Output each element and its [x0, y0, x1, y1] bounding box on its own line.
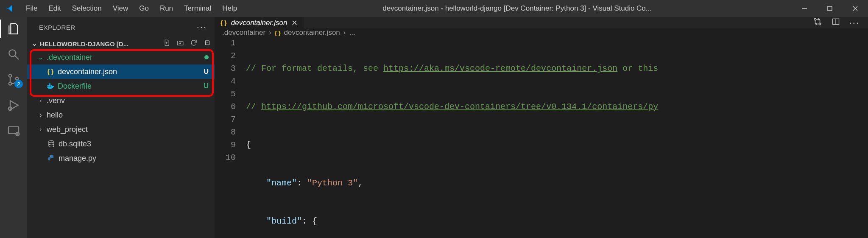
- collapse-all-icon[interactable]: [204, 39, 211, 49]
- explorer-sidebar: EXPLORER ··· ⌄ HELLOWORLD-DJANGO [D... ⌄…: [27, 17, 215, 238]
- code-content[interactable]: // For format details, see https://aka.m…: [246, 37, 868, 238]
- title-bar: File Edit Selection View Go Run Terminal…: [0, 0, 868, 17]
- svg-point-23: [819, 23, 821, 25]
- json-file-icon: { }: [220, 20, 227, 26]
- tree-file-db[interactable]: db.sqlite3: [27, 137, 215, 151]
- tree-label: Dockerfile: [58, 82, 201, 91]
- explorer-icon[interactable]: [0, 22, 27, 36]
- git-status: U: [204, 82, 209, 90]
- tree-label: web_project: [47, 125, 209, 134]
- tree-folder-web-project[interactable]: › web_project: [27, 122, 215, 137]
- docker-file-icon: [46, 83, 55, 90]
- svg-rect-16: [47, 85, 49, 87]
- sidebar-more-icon[interactable]: ···: [197, 22, 207, 33]
- svg-rect-17: [49, 85, 50, 87]
- chevron-right-icon: ›: [37, 126, 44, 133]
- git-status: U: [204, 68, 209, 76]
- tree-file-dockerfile[interactable]: Dockerfile U: [27, 79, 215, 93]
- tree-folder-venv[interactable]: › .venv: [27, 93, 215, 108]
- tree-label: .venv: [47, 96, 209, 105]
- chevron-right-icon: ›: [37, 112, 44, 118]
- svg-point-21: [50, 156, 51, 157]
- new-folder-icon[interactable]: [176, 39, 184, 49]
- tab-devcontainer-json[interactable]: { } devcontainer.json ✕: [215, 17, 304, 28]
- modified-dot-icon: [204, 55, 209, 59]
- menu-bar: File Edit Selection View Go Run Terminal…: [20, 0, 243, 17]
- tree-folder-devcontainer[interactable]: ⌄ .devcontainer: [27, 50, 215, 64]
- run-debug-icon[interactable]: [0, 98, 27, 112]
- tree-label: manage.py: [59, 154, 209, 163]
- menu-go[interactable]: Go: [134, 0, 154, 17]
- python-file-icon: [47, 154, 56, 162]
- svg-point-20: [49, 141, 54, 143]
- activity-bar: 2: [0, 17, 27, 238]
- compare-changes-icon[interactable]: [813, 17, 822, 28]
- sidebar-title: EXPLORER: [39, 24, 75, 31]
- chevron-down-icon: ⌄: [37, 54, 44, 61]
- maximize-button[interactable]: [817, 0, 843, 17]
- workspace-section-header[interactable]: ⌄ HELLOWORLD-DJANGO [D...: [27, 37, 215, 50]
- svg-point-4: [9, 50, 16, 56]
- svg-point-6: [9, 74, 12, 77]
- new-file-icon[interactable]: [163, 39, 170, 49]
- sidebar-title-row: EXPLORER ···: [27, 17, 215, 37]
- workspace-name: HELLOWORLD-DJANGO [D...: [40, 40, 161, 48]
- breadcrumb-tail[interactable]: ...: [349, 28, 355, 37]
- close-tab-icon[interactable]: ✕: [291, 18, 298, 28]
- tree-file-devcontainer-json[interactable]: { } devcontainer.json U: [27, 64, 215, 79]
- code-editor[interactable]: 1 2 3 4 5 6 7 8 9 10 // For format detai…: [215, 37, 868, 238]
- tree-file-manage-py[interactable]: manage.py: [27, 151, 215, 165]
- tree-label: .devcontainer: [47, 53, 202, 62]
- file-tree: ⌄ .devcontainer { } devcontainer.json U …: [27, 50, 215, 165]
- menu-run[interactable]: Run: [154, 0, 179, 17]
- editor-tabs: { } devcontainer.json ✕ ···: [215, 17, 868, 28]
- chevron-down-icon: ⌄: [31, 40, 38, 48]
- scm-badge: 2: [14, 80, 23, 88]
- window-controls: [792, 0, 868, 17]
- editor-area: { } devcontainer.json ✕ ··· .devcontaine…: [215, 17, 868, 238]
- database-file-icon: [47, 140, 56, 148]
- tree-folder-hello[interactable]: › hello: [27, 108, 215, 122]
- vscode-logo-icon: [0, 4, 20, 13]
- line-number-gutter: 1 2 3 4 5 6 7 8 9 10: [215, 37, 246, 238]
- svg-rect-18: [49, 84, 50, 85]
- chevron-right-icon: ›: [269, 28, 271, 37]
- svg-rect-1: [828, 6, 832, 11]
- menu-terminal[interactable]: Terminal: [179, 0, 217, 17]
- json-file-icon: { }: [275, 30, 281, 36]
- minimize-button[interactable]: [792, 0, 817, 17]
- tree-label: db.sqlite3: [59, 140, 209, 148]
- editor-actions: ···: [804, 17, 868, 28]
- window-title: devcontainer.json - helloworld-django [D…: [243, 4, 792, 13]
- search-icon[interactable]: [0, 48, 27, 61]
- close-button[interactable]: [843, 0, 868, 17]
- remote-explorer-icon[interactable]: [0, 124, 27, 137]
- menu-selection[interactable]: Selection: [67, 0, 107, 17]
- svg-point-7: [9, 82, 12, 85]
- svg-point-22: [814, 18, 816, 20]
- split-editor-icon[interactable]: [832, 17, 840, 28]
- json-file-icon: { }: [46, 68, 55, 75]
- breadcrumb-folder[interactable]: .devcontainer: [222, 28, 265, 37]
- tab-label: devcontainer.json: [231, 19, 287, 27]
- svg-line-5: [15, 56, 19, 59]
- source-control-icon[interactable]: 2: [0, 73, 27, 87]
- tree-label: hello: [47, 111, 209, 120]
- menu-view[interactable]: View: [107, 0, 134, 17]
- menu-file[interactable]: File: [20, 0, 43, 17]
- menu-help[interactable]: Help: [217, 0, 243, 17]
- tree-label: devcontainer.json: [58, 67, 201, 76]
- menu-edit[interactable]: Edit: [43, 0, 66, 17]
- editor-more-icon[interactable]: ···: [849, 17, 860, 28]
- breadcrumb-file[interactable]: devcontainer.json: [284, 28, 340, 37]
- breadcrumbs[interactable]: .devcontainer › { } devcontainer.json › …: [215, 28, 868, 37]
- chevron-right-icon: ›: [37, 97, 44, 104]
- refresh-icon[interactable]: [190, 39, 198, 49]
- chevron-right-icon: ›: [343, 28, 346, 37]
